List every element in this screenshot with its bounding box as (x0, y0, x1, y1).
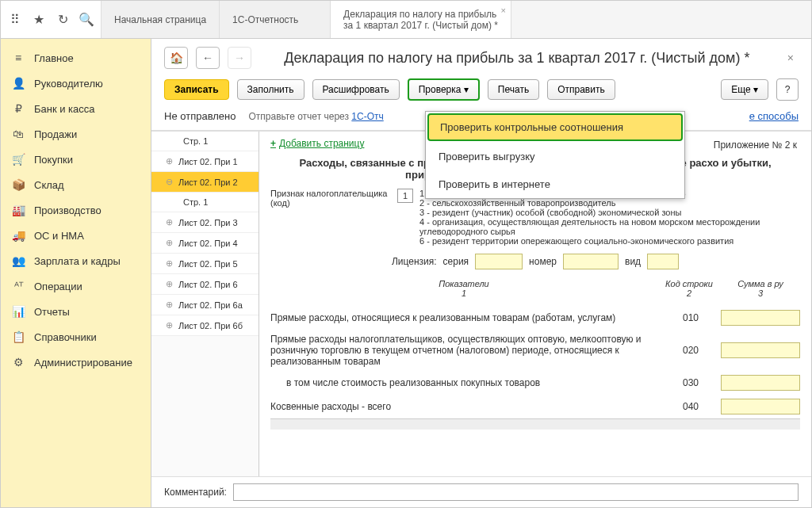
write-button[interactable]: Записать (164, 79, 229, 100)
tab-declaration[interactable]: Декларация по налогу на прибыль за 1 ква… (331, 1, 511, 38)
expand-icon[interactable]: ⊕ (166, 217, 175, 227)
add-page-link[interactable]: + Добавить страницу (270, 138, 364, 149)
more-button[interactable]: Еще ▾ (721, 79, 768, 100)
sidebar-item-reports[interactable]: 📊Отчеты (1, 299, 151, 324)
back-button[interactable]: ← (196, 47, 220, 69)
sidebar-item-label: Главное (34, 52, 74, 64)
dd-control-ratios[interactable]: Проверить контрольные соотношения (427, 113, 683, 141)
tab-home[interactable]: Начальная страница (102, 1, 220, 38)
truck-icon: 🚚 (12, 229, 25, 242)
sidebar-item-operations[interactable]: ᴬᵀОперации (1, 273, 151, 299)
expand-icon[interactable]: ⊕ (166, 320, 175, 330)
check-button[interactable]: Проверка ▾ (408, 78, 480, 101)
sidebar-item-label: Продажи (34, 128, 77, 140)
manager-icon: 👤 (12, 77, 25, 90)
data-row: в том числе стоимость реализованных поку… (270, 371, 800, 395)
sidebar-item-label: Банк и касса (34, 103, 95, 115)
tree-item[interactable]: ⊕Лист 02. При 3 (151, 212, 259, 233)
decode-button[interactable]: Расшифровать (312, 79, 400, 100)
box-icon: 📦 (12, 178, 25, 191)
series-input[interactable] (475, 254, 523, 269)
sidebar-item-main[interactable]: ≡Главное (1, 45, 151, 71)
tab-label: Декларация по налогу на прибыль (343, 9, 498, 20)
tree-page[interactable]: Стр. 1 (151, 132, 259, 151)
expand-icon[interactable]: ⊕ (166, 238, 175, 248)
star-icon[interactable]: ★ (33, 13, 45, 26)
value-input[interactable] (721, 375, 800, 391)
history-icon[interactable]: ↻ (56, 13, 69, 26)
number-input[interactable] (563, 254, 619, 269)
sidebar-item-label: Руководителю (34, 78, 103, 90)
tree-item[interactable]: ⊕Лист 02. При 4 (151, 233, 259, 254)
sidebar-item-admin[interactable]: ⚙Администрирование (1, 349, 151, 375)
value-input[interactable] (721, 310, 800, 326)
tree-item[interactable]: ⊕Лист 02. При 5 (151, 254, 259, 274)
home-button[interactable]: 🏠 (164, 47, 188, 69)
tree-item[interactable]: ⊕Лист 02. При 6б (151, 315, 259, 336)
sales-icon: 🛍 (12, 128, 25, 140)
sidebar-item-label: Склад (34, 179, 64, 191)
sidebar-item-sales[interactable]: 🛍Продажи (1, 121, 151, 147)
tree-item-selected[interactable]: ⊖Лист 02. При 2 (151, 172, 259, 193)
horizontal-scrollbar[interactable] (270, 418, 800, 430)
cart-icon: 🛒 (12, 153, 25, 166)
factory-icon: 🏭 (12, 204, 25, 216)
expand-icon[interactable]: ⊕ (166, 300, 175, 310)
sidebar-item-production[interactable]: 🏭Производство (1, 197, 151, 223)
other-ways-link[interactable]: е способы (749, 110, 799, 122)
sidebar-item-hr[interactable]: 👥Зарплата и кадры (1, 248, 151, 273)
value-input[interactable] (721, 342, 800, 358)
tree-item[interactable]: ⊕Лист 02. При 6 (151, 274, 259, 295)
sidebar-item-label: Отчеты (34, 306, 70, 318)
print-button[interactable]: Печать (488, 79, 539, 100)
forward-button[interactable]: → (228, 47, 251, 69)
fill-button[interactable]: Заполнить (237, 79, 304, 100)
sidebar-item-label: Справочники (34, 331, 97, 343)
series-label: серия (443, 256, 469, 267)
tab-reporting[interactable]: 1С-Отчетность (220, 1, 331, 38)
sidebar-item-manager[interactable]: 👤Руководителю (1, 71, 151, 96)
send-button[interactable]: Отправить (547, 79, 615, 100)
sidebar-item-label: Администрирование (34, 357, 132, 369)
sidebar-item-purchases[interactable]: 🛒Покупки (1, 147, 151, 172)
operations-icon: ᴬᵀ (12, 280, 25, 292)
sidebar-item-catalogs[interactable]: 📋Справочники (1, 324, 151, 349)
page-title: Декларация по налогу на прибыль за 1 ква… (259, 50, 775, 67)
data-row: Косвенные расходы - всего040 (270, 395, 800, 418)
search-icon[interactable]: 🔍 (80, 13, 93, 26)
type-input[interactable] (647, 254, 679, 269)
close-doc-icon[interactable]: × (783, 52, 799, 64)
close-icon[interactable]: × (501, 6, 506, 15)
apps-icon[interactable]: ⠿ (9, 13, 21, 26)
tree-item[interactable]: ⊕Лист 02. При 1 (151, 151, 259, 172)
type-label: вид (625, 256, 641, 267)
reporting-link[interactable]: 1С-Отч (351, 111, 383, 122)
sidebar-item-assets[interactable]: 🚚ОС и НМА (1, 223, 151, 248)
people-icon: 👥 (12, 254, 25, 267)
sidebar-item-warehouse[interactable]: 📦Склад (1, 172, 151, 197)
tab-sublabel: за 1 квартал 2017 г. (Чистый дом) * (343, 20, 498, 31)
collapse-icon[interactable]: ⊖ (166, 177, 175, 187)
help-button[interactable]: ? (776, 78, 799, 101)
dd-internet[interactable]: Проверить в интернете (426, 170, 684, 198)
comment-input[interactable] (233, 483, 799, 501)
taxpayer-code[interactable]: 1 (397, 189, 413, 203)
status-label: Не отправлено (164, 110, 236, 122)
tab-label: 1С-Отчетность (232, 14, 317, 25)
dd-upload[interactable]: Проверить выгрузку (426, 143, 684, 170)
value-input[interactable] (721, 399, 800, 414)
expand-icon[interactable]: ⊕ (166, 279, 175, 289)
catalog-icon: 📋 (12, 330, 25, 343)
menu-icon: ≡ (12, 52, 25, 64)
expand-icon[interactable]: ⊕ (166, 156, 175, 166)
chart-icon: 📊 (12, 305, 25, 318)
page-tree: Стр. 1 ⊕Лист 02. При 1 ⊖Лист 02. При 2 С… (151, 132, 259, 476)
expand-icon[interactable]: ⊕ (166, 258, 175, 269)
tree-item[interactable]: ⊕Лист 02. При 6а (151, 295, 259, 315)
gear-icon: ⚙ (12, 356, 25, 369)
tree-page[interactable]: Стр. 1 (151, 193, 259, 212)
data-row: Прямые расходы, относящиеся к реализован… (270, 306, 800, 330)
data-row: Прямые расходы налогоплательщиков, осуще… (270, 330, 800, 371)
sidebar-item-bank[interactable]: ₽Банк и касса (1, 96, 151, 121)
sidebar-item-label: Зарплата и кадры (34, 255, 121, 267)
